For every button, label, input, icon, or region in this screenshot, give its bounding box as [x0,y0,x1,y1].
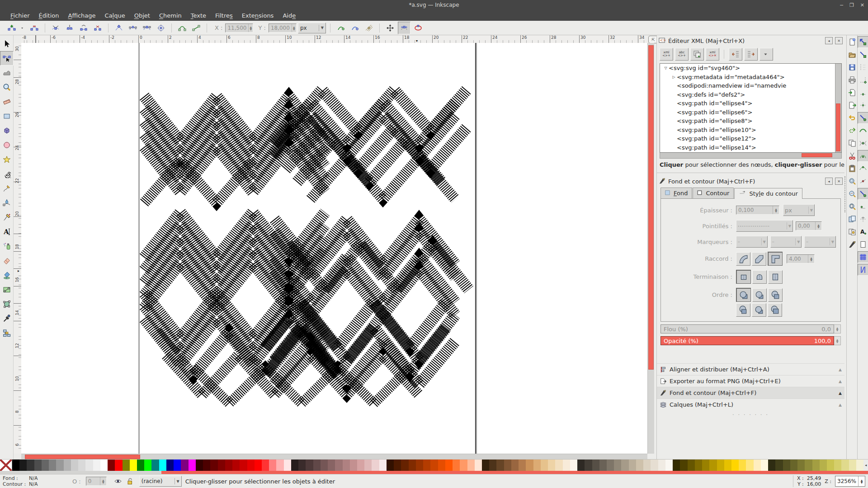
join-miter-button[interactable] [768,252,783,266]
palette-scrollbar[interactable] [0,471,868,474]
join-nodes-button[interactable] [49,22,62,34]
xml-tree-hscrollbar[interactable] [660,153,842,159]
zoom-page-button[interactable] [847,201,858,212]
paint-order-3-button[interactable] [768,288,783,302]
pen-tool-button[interactable] [0,196,14,210]
color-swatch[interactable] [387,460,394,471]
indent-node-button[interactable] [744,48,758,61]
xml-tree-node[interactable]: ▷<svg:metadata id="metadata464"> [660,73,841,82]
color-swatch[interactable] [64,460,71,471]
xml-tree-vscroll-thumb[interactable] [836,103,840,151]
create-clone-button[interactable] [847,226,858,238]
color-swatch[interactable] [489,460,496,471]
join-round-button[interactable] [736,252,750,266]
color-swatch[interactable] [724,460,731,471]
make-corner-button[interactable] [113,22,125,34]
new-document-button[interactable] [847,36,858,48]
show-bezier-handles-toggle[interactable] [398,22,410,34]
panel-close-icon[interactable]: ✕ [835,37,843,44]
color-swatch[interactable] [423,460,430,471]
color-swatch[interactable] [144,460,151,471]
color-swatch[interactable] [298,460,306,471]
color-swatch[interactable] [533,460,541,471]
new-element-node-button[interactable]: xml<>+ [660,48,673,61]
snap-object-centers-toggle[interactable] [858,201,868,212]
color-swatch[interactable] [364,460,372,471]
color-swatch[interactable] [783,460,790,471]
make-symmetric-button[interactable] [141,22,153,34]
color-swatch[interactable] [19,460,27,471]
color-swatch[interactable] [834,460,841,471]
color-swatch[interactable] [49,460,56,471]
color-swatch[interactable] [137,460,144,471]
color-swatch[interactable] [614,460,621,471]
color-swatch[interactable] [570,460,577,471]
snap-smooth-nodes-toggle[interactable] [858,163,868,174]
box3d-tool-button[interactable] [0,123,14,138]
undo-button[interactable] [847,112,858,124]
close-button[interactable]: ✕ [860,2,864,8]
color-swatch[interactable] [555,460,562,471]
color-swatch[interactable] [78,460,85,471]
color-swatch[interactable] [467,460,475,471]
color-swatch[interactable] [34,460,42,471]
delete-node-button[interactable]: xml<>✕ [706,48,719,61]
color-swatch[interactable] [210,460,217,471]
color-swatch[interactable] [409,460,416,471]
color-swatch[interactable] [636,460,643,471]
dock-panel-fond[interactable]: Fond et contour (Maj+Ctrl+F)▲ [657,387,844,399]
color-swatch[interactable] [225,460,232,471]
xml-tree-vscrollbar[interactable] [835,64,841,152]
miter-limit-input[interactable]: 4,00▲▼ [787,254,815,263]
layer-visibility-icon[interactable] [114,477,122,485]
paint-order-6-button[interactable] [768,303,782,317]
menu-objet[interactable]: Objet [130,11,154,20]
color-swatch[interactable] [100,460,108,471]
calligraphy-tool-button[interactable] [0,210,14,225]
dock-panel-aligner[interactable]: Aligner et distribuer (Maj+Ctrl+A)▲ [657,363,844,375]
print-document-button[interactable] [847,74,858,86]
color-swatch[interactable] [42,460,49,471]
xml-tree[interactable]: ▽<svg:svg id="svg460">▷<svg:metadata id=… [660,63,842,153]
xml-tree-node[interactable]: <svg:path id="ellipse12"> [660,134,841,143]
node-tool-button[interactable] [0,51,14,66]
duplicate-node-button[interactable] [690,48,704,61]
color-swatch[interactable] [56,460,63,471]
copy-button[interactable] [847,137,858,149]
paste-button[interactable] [847,163,858,174]
menu-extensions[interactable]: Extensions [238,11,278,20]
menu-arrow-button[interactable] [760,48,773,61]
gradient-tool-button[interactable] [0,282,14,297]
menu-filtres[interactable]: Filtres [211,11,237,20]
color-swatch[interactable] [181,460,188,471]
tab-contour[interactable]: Contour [693,188,734,198]
color-swatch[interactable] [306,460,313,471]
menu-calque[interactable]: Calque [101,11,129,20]
color-swatch[interactable] [394,460,401,471]
blur-slider[interactable]: Flou (%)0,0 ▲▼ [660,324,841,333]
curves-to-lines-button[interactable] [190,22,203,34]
select-tool-button[interactable] [0,37,14,51]
paint-order-5-button[interactable] [752,303,766,317]
color-swatch[interactable] [372,460,379,471]
join-with-segment-button[interactable] [77,22,90,34]
redo-button[interactable] [847,125,858,136]
snap-line-midpoints-toggle[interactable] [858,175,868,187]
color-swatch[interactable] [820,460,827,471]
current-layer-select[interactable]: (racine)▼ [139,476,182,487]
color-swatch[interactable] [247,460,255,471]
dropper-tool-button[interactable] [0,311,14,326]
color-swatch[interactable] [746,460,753,471]
color-swatch[interactable] [130,460,137,471]
palette-scroll-left-icon[interactable]: ◂ [863,460,868,471]
edit-mask-path-toggle[interactable] [349,22,361,34]
color-swatch[interactable] [350,460,357,471]
spiral-tool-button[interactable] [0,167,14,181]
color-swatch[interactable] [379,460,387,471]
mesh-tool-button[interactable] [0,297,14,311]
dock-panel-calques[interactable]: Calques (Maj+Ctrl+L)▲ [657,399,844,410]
dash-pattern-select[interactable]: ·················▼ [736,220,793,232]
ellipse-tool-button[interactable] [0,138,14,152]
color-swatch[interactable] [291,460,298,471]
paint-order-2-button[interactable] [752,288,767,302]
